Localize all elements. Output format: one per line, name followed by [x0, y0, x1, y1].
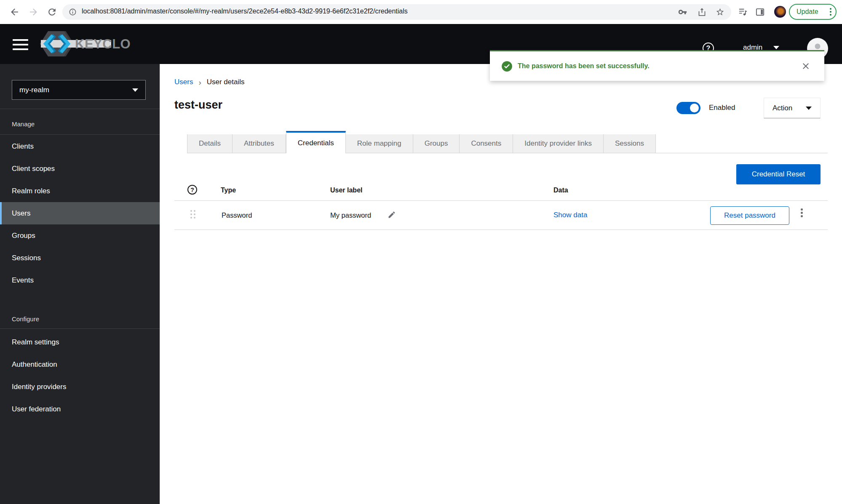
site-info-icon[interactable]: [69, 8, 77, 16]
credential-user-label: My password: [330, 211, 371, 219]
divider: [0, 109, 160, 109]
url-text[interactable]: localhost:8081/admin/master/console/#/my…: [82, 8, 408, 15]
browser-menu-kebab-icon[interactable]: [830, 8, 831, 16]
sidebar-item-realm-settings[interactable]: Realm settings: [0, 331, 160, 353]
realm-name: my-realm: [19, 86, 49, 94]
toast-message: The password has been set successfully.: [518, 62, 650, 70]
manage-nav-list: Clients Client scopes Realm roles Users …: [0, 135, 160, 291]
column-header-user-label: User label: [330, 187, 362, 194]
tab-sessions[interactable]: Sessions: [604, 134, 656, 153]
tab-details[interactable]: Details: [187, 134, 233, 153]
success-check-icon: [501, 61, 513, 72]
sidebar-item-sessions[interactable]: Sessions: [0, 247, 160, 269]
brand-text: KEYCLOAK: [75, 37, 130, 51]
browser-back-icon[interactable]: [9, 7, 20, 17]
edit-pencil-icon[interactable]: [388, 211, 396, 219]
bookmark-star-icon[interactable]: [716, 8, 724, 16]
success-toast: The password has been set successfully.: [490, 50, 824, 81]
media-controls-icon[interactable]: [738, 7, 748, 17]
section-label-configure: Configure: [12, 315, 39, 323]
column-header-data: Data: [553, 187, 568, 194]
browser-forward-icon[interactable]: [28, 7, 39, 17]
breadcrumb-current: User details: [207, 78, 245, 86]
sidebar-item-events[interactable]: Events: [0, 269, 160, 291]
address-bar[interactable]: localhost:8081/admin/master/console/#/my…: [62, 4, 731, 20]
sidebar-nav: my-realm Manage Clients Client scopes Re…: [0, 64, 160, 504]
breadcrumb-users-link[interactable]: Users: [174, 78, 193, 86]
tab-bar: Details Attributes Credentials Role mapp…: [187, 131, 828, 153]
action-label: Action: [773, 104, 792, 112]
enabled-toggle[interactable]: [676, 102, 700, 114]
credentials-table: ? Type User label Data Password My passw…: [174, 181, 828, 232]
sidebar-item-authentication[interactable]: Authentication: [0, 353, 160, 376]
share-icon[interactable]: [698, 8, 706, 16]
keycloak-logo[interactable]: KEYCLOAK: [40, 30, 130, 58]
close-icon[interactable]: [801, 61, 811, 71]
tab-role-mapping[interactable]: Role mapping: [346, 134, 413, 153]
main-content: Users › User details test-user Enabled A…: [160, 64, 842, 504]
row-kebab-menu-icon[interactable]: [801, 208, 803, 217]
divider: [174, 200, 828, 201]
drag-handle-icon[interactable]: [190, 210, 195, 219]
sidebar-item-client-scopes[interactable]: Client scopes: [0, 157, 160, 180]
reset-password-button[interactable]: Reset password: [710, 206, 789, 225]
browser-reload-icon[interactable]: [47, 7, 57, 17]
sidebar-item-users[interactable]: Users: [0, 202, 160, 224]
tab-attributes[interactable]: Attributes: [233, 134, 286, 153]
action-dropdown[interactable]: Action: [764, 98, 821, 118]
tab-credentials[interactable]: Credentials: [286, 131, 346, 153]
show-data-link[interactable]: Show data: [553, 211, 587, 219]
credential-type: Password: [222, 211, 252, 219]
divider: [0, 134, 160, 135]
divider: [174, 229, 828, 230]
sidebar-item-user-federation[interactable]: User federation: [0, 398, 160, 420]
chevron-right-icon: ›: [198, 78, 201, 86]
tab-identity-provider-links[interactable]: Identity provider links: [513, 134, 604, 153]
password-manager-icon[interactable]: [678, 8, 687, 16]
sidebar-item-clients[interactable]: Clients: [0, 135, 160, 157]
browser-update-button[interactable]: Update: [789, 4, 837, 20]
help-icon[interactable]: ?: [187, 185, 197, 195]
configure-nav-list: Realm settings Authentication Identity p…: [0, 331, 160, 420]
breadcrumb: Users › User details: [174, 78, 245, 86]
divider: [0, 328, 160, 329]
section-label-manage: Manage: [12, 120, 35, 128]
chevron-down-icon: [132, 88, 138, 92]
sidebar-item-identity-providers[interactable]: Identity providers: [0, 376, 160, 398]
sidebar-item-groups[interactable]: Groups: [0, 224, 160, 247]
enabled-label: Enabled: [709, 104, 735, 112]
page-title: test-user: [174, 99, 222, 112]
tab-groups[interactable]: Groups: [413, 134, 460, 153]
browser-toolbar: localhost:8081/admin/master/console/#/my…: [0, 0, 842, 24]
nav-toggle-hamburger-icon[interactable]: [13, 39, 28, 50]
chevron-down-icon: [806, 107, 812, 110]
column-header-type: Type: [221, 187, 236, 194]
sidebar-item-realm-roles[interactable]: Realm roles: [0, 180, 160, 202]
chevron-down-icon: [773, 46, 779, 49]
browser-profile-avatar[interactable]: [774, 6, 786, 18]
update-label: Update: [797, 8, 818, 16]
realm-selector[interactable]: my-realm: [12, 80, 146, 100]
tab-consents[interactable]: Consents: [460, 134, 513, 153]
side-panel-icon[interactable]: [755, 7, 765, 17]
